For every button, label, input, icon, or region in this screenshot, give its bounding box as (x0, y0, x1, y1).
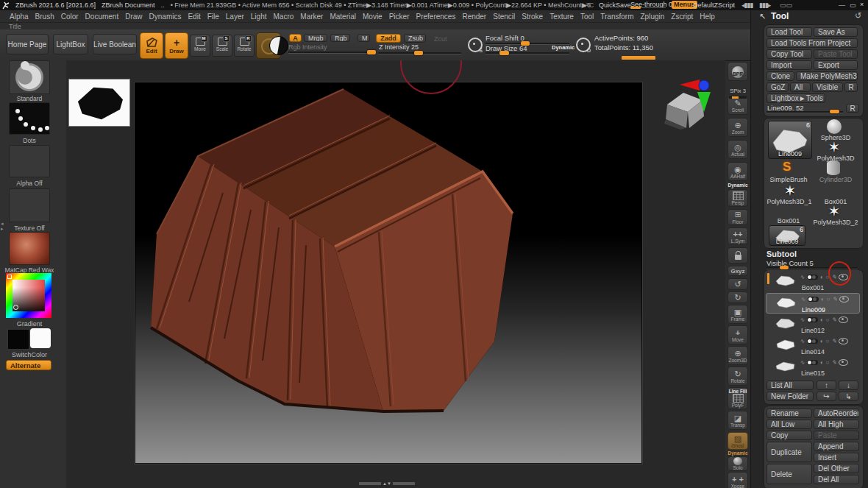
tool-item-cylinder3d[interactable] (827, 160, 840, 175)
draw-size-track[interactable] (485, 52, 569, 54)
current-stroke-thumbnail[interactable] (9, 102, 50, 135)
menu-macro[interactable]: Macro (274, 13, 294, 21)
del-other-button[interactable]: Del Other (814, 464, 859, 473)
goz-visible-button[interactable]: Visible (812, 82, 843, 92)
zoom3d-button[interactable]: ⊕Zoom3D (728, 346, 748, 365)
circle-icon[interactable]: ○ (826, 359, 830, 366)
zadd-button[interactable]: Zadd (376, 34, 401, 43)
load-tools-from-project-button[interactable]: Load Tools From Project (766, 38, 858, 48)
current-alpha-thumbnail[interactable] (9, 145, 50, 177)
brush-icon[interactable]: ✎ (831, 338, 836, 344)
flick-icon[interactable]: ∿ (800, 359, 805, 366)
subtool-row-line015[interactable]: ∿◐○✎ Line015 (766, 357, 860, 378)
visibility-pill-toggle[interactable] (807, 275, 818, 280)
solo-button[interactable]: Solo (728, 456, 748, 471)
all-high-button[interactable]: All High (814, 420, 859, 429)
list-all-button[interactable]: List All (766, 381, 814, 390)
ghost-button[interactable]: ▨Ghost (728, 432, 748, 450)
m-button[interactable]: M (357, 34, 370, 42)
circle-icon[interactable]: ○ (827, 296, 830, 303)
menu-draw[interactable]: Draw (125, 13, 142, 21)
menu-movie[interactable]: Movie (363, 13, 383, 21)
tool-item-box001[interactable]: Box001 (765, 217, 812, 224)
rotate3d-button[interactable]: ↻Rotate (728, 367, 748, 386)
zoom-button[interactable]: ⊕Zoom (728, 118, 748, 137)
tool-label[interactable]: PolyMesh3D_2 (808, 219, 864, 226)
x-axis-cone[interactable] (680, 79, 700, 91)
rgb-intensity-handle[interactable] (367, 50, 376, 54)
brush-icon[interactable]: ✎ (832, 296, 837, 303)
menu-stencil[interactable]: Stencil (493, 13, 515, 21)
menu-preferences[interactable]: Preferences (416, 13, 455, 21)
frame-button[interactable]: ▣Frame (728, 305, 748, 324)
rename-button[interactable]: Rename (766, 409, 812, 418)
bpr-button[interactable]: BPR (728, 62, 748, 81)
delete-button[interactable]: Delete (766, 464, 812, 484)
eye-icon[interactable] (839, 338, 848, 344)
current-stroke-button[interactable] (269, 36, 288, 55)
halfsphere-icon[interactable]: ◐ (820, 359, 824, 366)
tool-label[interactable]: PolyMesh3D_1 (762, 198, 817, 205)
eye-icon[interactable] (839, 359, 848, 366)
z-intensity-handle[interactable] (414, 51, 423, 55)
tool-item-sphere3d[interactable] (827, 119, 842, 134)
menu-alpha[interactable]: Alpha (10, 13, 29, 21)
menu-texture[interactable]: Texture (549, 13, 574, 21)
xpose-button[interactable]: + +Xpose (728, 472, 748, 488)
load-tool-button[interactable]: Load Tool (766, 27, 812, 37)
subtool-row-line012[interactable]: ∿◐○✎ Line012 (766, 314, 860, 335)
append-button[interactable]: Append (814, 442, 859, 451)
sv-selector-marker[interactable] (13, 305, 18, 310)
tool-item-polymesh3d[interactable]: ✶ (825, 139, 843, 155)
menu-file[interactable]: File (207, 13, 219, 21)
visibility-pill-toggle[interactable] (807, 360, 818, 365)
dynamic-mode-label[interactable]: Dynamic (552, 44, 574, 51)
zcut-button[interactable]: Zcut (434, 35, 447, 43)
visible-count-slider-label[interactable]: Visible Count 5 (766, 259, 814, 267)
menu-edit[interactable]: Edit (188, 13, 200, 21)
menu-document[interactable]: Document (85, 13, 119, 21)
tool-slider-handle[interactable] (830, 110, 839, 113)
halfsphere-icon[interactable]: ◐ (820, 274, 824, 280)
aahalf-button[interactable]: ◉AAHalf (728, 162, 748, 181)
quicksave-button[interactable]: QuickSave (599, 1, 631, 9)
lock-button[interactable] (728, 247, 748, 264)
subtool-row-line009-selected[interactable]: ∿◐○✎ Line009 (766, 293, 860, 314)
tool-item-simplebrush[interactable]: S (783, 160, 791, 174)
circle-icon[interactable]: ○ (826, 338, 830, 344)
zsub-button[interactable]: Zsub (404, 34, 426, 43)
axis-gizmo[interactable] (677, 75, 714, 113)
color-picker[interactable] (6, 273, 51, 318)
duplicate-button[interactable]: Duplicate (766, 442, 812, 462)
spin-right-button[interactable]: ↻ (728, 291, 748, 303)
subtool-row-line014[interactable]: ∿◐○✎ Line014 (766, 336, 860, 356)
divider-left-icon[interactable]: ◂▮▮▮ (741, 1, 753, 9)
rgb-button[interactable]: Rgb (330, 34, 350, 42)
new-folder-button[interactable]: New Folder (766, 392, 814, 401)
make-polymesh3d-button[interactable]: Make PolyMesh3D (796, 71, 858, 81)
all-low-button[interactable]: All Low (766, 420, 812, 429)
move-button[interactable]: MMove (190, 35, 210, 57)
sculpt-model[interactable] (135, 82, 642, 464)
tool-item-polymesh3d-1[interactable]: ✶ (781, 183, 799, 199)
tool-label[interactable]: Cylinder3D (812, 176, 859, 183)
save-as-button[interactable]: Save As (814, 27, 858, 37)
copy-tool-button[interactable]: Copy Tool (766, 49, 812, 59)
panel-copy-icon[interactable]: ▭▭ (780, 1, 792, 9)
clone-button[interactable]: Clone (766, 71, 794, 81)
goz-all-button[interactable]: All (790, 82, 811, 92)
menu-render[interactable]: Render (462, 13, 486, 21)
tool-item-polymesh3d-2[interactable]: ✶ (825, 203, 843, 219)
actual-button[interactable]: ◎Actual (728, 140, 748, 159)
visibility-pill-toggle[interactable] (808, 297, 819, 302)
edit-button[interactable]: Edit (140, 32, 163, 59)
tool-item-line009[interactable]: 6 Line009 (769, 225, 805, 246)
circle-icon[interactable]: ○ (826, 317, 830, 323)
folder-out-button[interactable]: ↪ (817, 392, 836, 401)
eye-icon[interactable] (839, 317, 848, 323)
rotate-button[interactable]: RRotate (234, 35, 255, 57)
live-boolean-button[interactable]: Live Boolean (93, 34, 137, 54)
rgb-intensity-track[interactable] (288, 52, 376, 54)
menu-light[interactable]: Light (251, 13, 267, 21)
halfsphere-icon[interactable]: ◐ (821, 296, 825, 303)
